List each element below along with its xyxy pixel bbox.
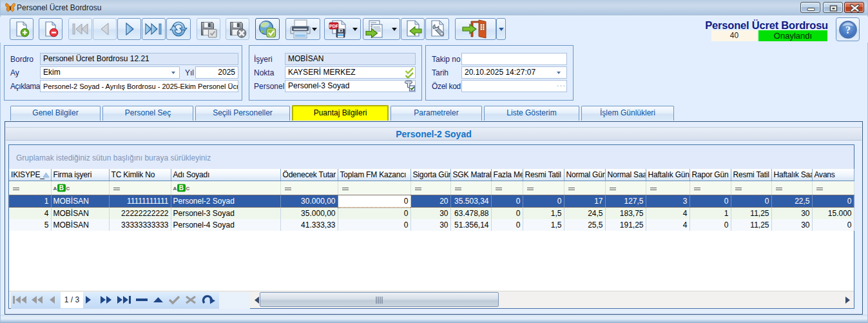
svg-text:?: ?: [845, 24, 851, 35]
svg-text:PDF: PDF: [329, 24, 339, 28]
